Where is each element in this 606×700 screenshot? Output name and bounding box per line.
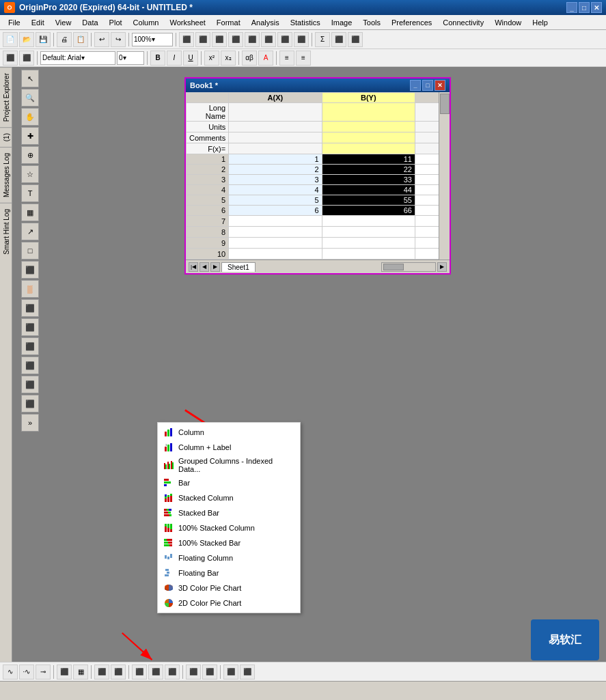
btm-btn10[interactable]: ⬛ xyxy=(165,664,180,680)
menu-statistics[interactable]: Statistics xyxy=(285,17,326,28)
cell-a1[interactable]: 1 xyxy=(229,154,322,165)
menu-floating-column[interactable]: Floating Column xyxy=(158,550,300,565)
menu-file[interactable]: File xyxy=(3,17,26,28)
undo-btn[interactable]: ↩ xyxy=(94,32,109,47)
alpha-btn[interactable]: αβ xyxy=(242,51,257,66)
scrollbar-h-thumb[interactable] xyxy=(383,264,404,270)
btm-btn2[interactable]: ·∿ xyxy=(19,664,34,680)
sheet-nav-right[interactable]: ▶ xyxy=(437,262,447,272)
menu-grouped-columns[interactable]: Grouped Columns - Indexed Data... xyxy=(158,455,300,475)
cell-b1[interactable]: 11 xyxy=(322,154,415,165)
cell-a5[interactable]: 5 xyxy=(229,195,322,206)
meta-b-units[interactable] xyxy=(322,122,415,132)
cell-a9[interactable] xyxy=(229,238,322,249)
menu-stacked-column[interactable]: Stacked Column xyxy=(158,490,300,505)
menu-worksheet[interactable]: Worksheet xyxy=(164,17,210,28)
menu-floating-bar[interactable]: Floating Bar xyxy=(158,565,300,580)
align-right-btn[interactable]: ≡ xyxy=(296,51,311,66)
zoom-dropdown[interactable]: 100% ▾ xyxy=(132,33,173,46)
tool14[interactable]: ⬛ xyxy=(21,318,39,336)
tb-btn13[interactable]: Σ xyxy=(315,32,330,47)
draw-tool2[interactable]: ⊕ xyxy=(21,146,39,164)
menu-bar[interactable]: Bar xyxy=(158,475,300,490)
menu-column[interactable]: Column xyxy=(158,425,300,440)
btm-btn7[interactable]: ⬛ xyxy=(111,664,126,680)
scrollbar-thumb[interactable] xyxy=(440,94,450,114)
menu-plot[interactable]: Plot xyxy=(104,17,128,28)
new-btn[interactable]: 📄 xyxy=(3,32,18,47)
underline-btn[interactable]: U xyxy=(183,51,198,66)
draw-tool1[interactable]: ✚ xyxy=(21,127,39,145)
btm-btn5[interactable]: ▦ xyxy=(73,664,88,680)
cell-b8[interactable] xyxy=(322,227,415,238)
menu-format[interactable]: Format xyxy=(211,17,246,28)
maximize-button[interactable]: □ xyxy=(579,2,590,13)
font-size-dropdown[interactable]: 0 ▾ xyxy=(117,51,144,65)
tb-btn15[interactable]: ⬛ xyxy=(348,32,363,47)
btm-btn3[interactable]: ⊸ xyxy=(36,664,51,680)
superscript-btn[interactable]: x² xyxy=(204,51,219,66)
sheet-nav-first[interactable]: |◀ xyxy=(189,262,198,272)
book1-close[interactable]: ✕ xyxy=(435,80,445,91)
menu-help[interactable]: Help xyxy=(527,17,553,28)
tb-btn7[interactable]: ⬛ xyxy=(212,32,227,47)
counter-tab[interactable]: (1) xyxy=(0,127,12,147)
select-tool[interactable]: ↖ xyxy=(21,70,39,87)
cell-b10[interactable] xyxy=(322,249,415,260)
menu-image[interactable]: Image xyxy=(326,17,358,28)
fmt-btn1[interactable]: ⬛ xyxy=(3,51,18,66)
tb-btn14[interactable]: ⬛ xyxy=(331,32,346,47)
data-tool1[interactable]: ▦ xyxy=(21,204,39,221)
btm-btn11[interactable]: ⬛ xyxy=(186,664,201,680)
btm-btn14[interactable]: ⬛ xyxy=(240,664,255,680)
menu-column[interactable]: Column xyxy=(128,17,165,28)
bold-btn[interactable]: B xyxy=(150,51,165,66)
cell-a8[interactable] xyxy=(229,227,322,238)
book1-maximize[interactable]: □ xyxy=(422,80,433,91)
tool18[interactable]: ⬛ xyxy=(21,395,39,412)
menu-100pct-stacked-bar[interactable]: 100% Stacked Bar xyxy=(158,535,300,550)
menu-analysis[interactable]: Analysis xyxy=(246,17,285,28)
tb-btn12[interactable]: ⬛ xyxy=(294,32,309,47)
minimize-button[interactable]: _ xyxy=(566,2,577,13)
cell-b3[interactable]: 33 xyxy=(322,175,415,185)
btm-btn9[interactable]: ⬛ xyxy=(148,664,163,680)
menu-edit[interactable]: Edit xyxy=(26,17,50,28)
col-header-b[interactable]: B(Y) xyxy=(322,93,415,103)
sheet1-tab[interactable]: Sheet1 xyxy=(221,262,256,272)
btm-btn8[interactable]: ⬛ xyxy=(132,664,147,680)
font-chevron[interactable]: ▾ xyxy=(81,54,85,61)
smart-hint-tab[interactable]: Smart Hint Log xyxy=(0,203,12,260)
cell-a10[interactable] xyxy=(229,249,322,260)
btm-btn1[interactable]: ∿ xyxy=(3,664,18,680)
sheet-nav-next[interactable]: ▶ xyxy=(210,262,220,272)
tb-btn5[interactable]: ⬛ xyxy=(179,32,194,47)
menu-2d-pie[interactable]: 2D Color Pie Chart xyxy=(158,596,300,611)
meta-a-comments[interactable] xyxy=(229,132,322,143)
cell-a3[interactable]: 3 xyxy=(229,175,322,185)
meta-b-fx[interactable] xyxy=(322,143,415,154)
meta-a-units[interactable] xyxy=(229,122,322,132)
scrollbar-v[interactable] xyxy=(439,92,450,260)
cell-a6[interactable]: 6 xyxy=(229,206,322,216)
zoom-tool[interactable]: 🔍 xyxy=(21,89,39,107)
tb-btn6[interactable]: ⬛ xyxy=(195,32,210,47)
open-btn[interactable]: 📂 xyxy=(19,32,34,47)
cell-b7[interactable] xyxy=(322,216,415,227)
shape-tool1[interactable]: □ xyxy=(21,242,39,260)
menu-100pct-stacked-column[interactable]: 100% Stacked Column xyxy=(158,520,300,535)
menu-column-label-item[interactable]: 1 Column + Label xyxy=(158,440,300,455)
save-btn[interactable]: 💾 xyxy=(36,32,51,47)
text-tool[interactable]: T xyxy=(21,184,39,202)
meta-a-longname[interactable] xyxy=(229,103,322,122)
cell-b4[interactable]: 44 xyxy=(322,185,415,195)
tool13[interactable]: ⬛ xyxy=(21,299,39,317)
redo-btn[interactable]: ↪ xyxy=(111,32,126,47)
meta-b-comments[interactable] xyxy=(322,132,415,143)
subscript-btn[interactable]: x₂ xyxy=(221,51,236,66)
font-color-btn[interactable]: A xyxy=(258,51,273,66)
align-left-btn[interactable]: ≡ xyxy=(279,51,294,66)
zoom-chevron[interactable]: ▾ xyxy=(152,36,155,43)
btm-btn6[interactable]: ⬛ xyxy=(94,664,109,680)
tb-btn9[interactable]: ⬛ xyxy=(245,32,260,47)
